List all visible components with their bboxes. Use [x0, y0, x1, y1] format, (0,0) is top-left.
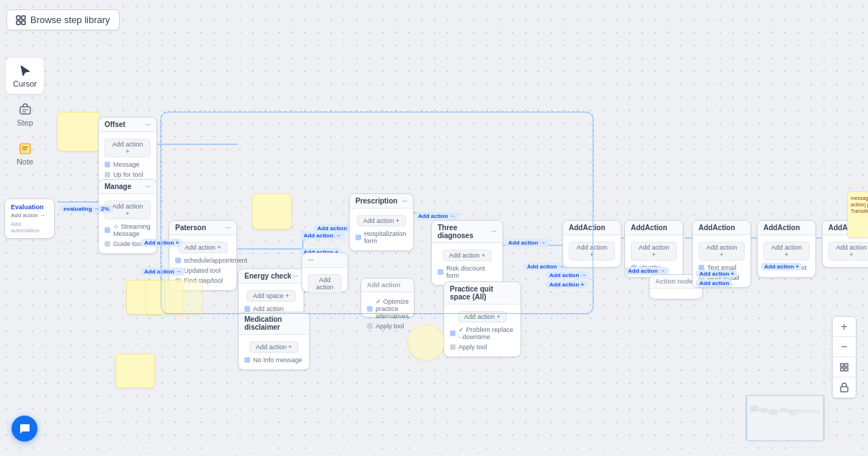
svg-rect-19: [780, 408, 787, 412]
svg-rect-14: [845, 368, 848, 371]
svg-rect-21: [799, 409, 805, 413]
svg-rect-12: [845, 364, 848, 367]
svg-rect-20: [789, 409, 797, 415]
minimap-inner: [746, 395, 824, 441]
cursor-icon: [18, 63, 32, 78]
zoom-controls: + −: [832, 316, 856, 398]
flow-node-medication[interactable]: Medication disclaimer Add action + No In…: [238, 312, 310, 370]
step-tool[interactable]: Step: [6, 97, 44, 133]
badge-add3b: Add action: [696, 275, 732, 288]
fit-button[interactable]: [833, 357, 856, 377]
svg-rect-31: [747, 395, 824, 441]
chat-button[interactable]: [12, 416, 37, 442]
note-node-1: [57, 112, 100, 152]
zoom-out-button[interactable]: −: [833, 337, 856, 357]
left-sidebar: Cursor Step Note: [6, 58, 44, 172]
trigger-node: Evaluation Add action → Add automation: [4, 198, 55, 239]
svg-rect-2: [22, 16, 25, 19]
note-node-bottom: [115, 354, 155, 388]
badge-add4: Add action +: [761, 258, 802, 271]
add-action-btn-add5[interactable]: Add action +: [828, 242, 868, 260]
svg-rect-23: [815, 409, 820, 413]
node-header-onboarding: Manage ···: [99, 180, 156, 194]
add-action-btn-add3[interactable]: Add action +: [699, 242, 745, 260]
node-header-add4: AddAction: [758, 221, 815, 235]
node-header-add3: AddAction: [693, 221, 750, 235]
flow-node-offset[interactable]: Offset ··· Add action + Message Up for t…: [98, 117, 157, 185]
note-icon: [18, 141, 32, 156]
cursor-tool[interactable]: Cursor: [6, 58, 44, 94]
note-node-blob: [407, 325, 445, 361]
svg-rect-1: [17, 16, 20, 19]
canvas-area: Browse step library Cursor Step: [0, 0, 868, 456]
main-flow-group: [161, 112, 593, 314]
step-icon: [18, 102, 32, 117]
lock-button[interactable]: [833, 377, 856, 398]
note-tool[interactable]: Note: [6, 136, 44, 172]
browse-step-library-button[interactable]: Browse step library: [6, 9, 120, 30]
node-header-medication: Medication disclaimer: [239, 312, 309, 335]
add-action-btn-offset[interactable]: Add action +: [105, 139, 151, 157]
node-header-offset: Offset ···: [99, 118, 156, 132]
svg-rect-3: [17, 21, 20, 25]
svg-rect-8: [20, 144, 30, 154]
svg-rect-13: [841, 368, 843, 371]
svg-rect-5: [20, 107, 30, 114]
add-action-btn-medication[interactable]: Add action +: [249, 341, 298, 353]
badge-evaluating: evaluating → 2%: [60, 201, 113, 214]
minimap: [745, 395, 825, 442]
svg-rect-22: [807, 409, 812, 413]
svg-rect-15: [841, 387, 848, 392]
svg-rect-4: [22, 21, 25, 25]
note-node-far-right: message (with action) part #2 Transition…: [847, 191, 868, 238]
top-toolbar: Browse step library: [6, 9, 120, 30]
zoom-in-button[interactable]: +: [833, 317, 856, 337]
node-header-add2: AddAction: [625, 221, 683, 235]
svg-rect-18: [769, 409, 778, 415]
svg-rect-17: [761, 408, 768, 413]
add-action-btn-add2[interactable]: Add action +: [631, 242, 677, 260]
svg-rect-16: [750, 406, 759, 412]
svg-rect-11: [841, 364, 843, 367]
